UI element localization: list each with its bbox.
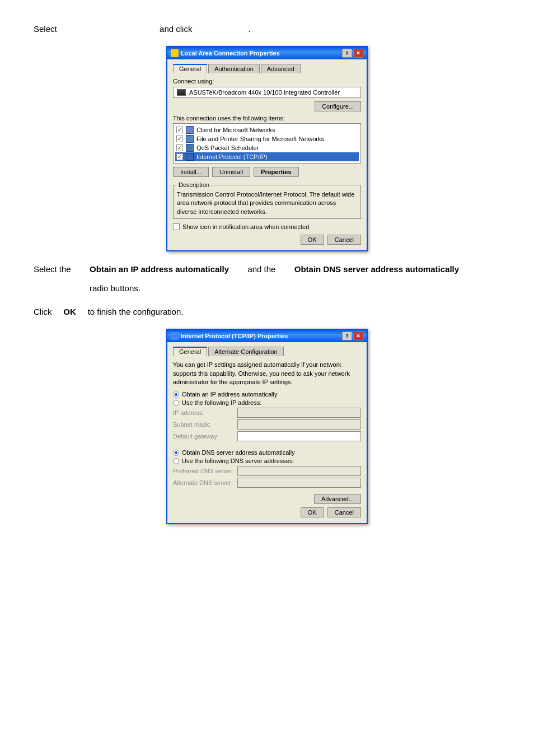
list-item[interactable]: Client for Microsoft Networks [175, 125, 359, 134]
ip-address-input[interactable] [237, 408, 361, 418]
item-icon-client [186, 126, 194, 134]
dialog2-ok-button[interactable]: OK [301, 507, 324, 517]
dialog2-cancel-button[interactable]: Cancel [327, 507, 361, 517]
radio-auto-dns-row[interactable]: Obtain DNS server address automatically [173, 449, 361, 456]
alternate-dns-input[interactable] [237, 478, 361, 488]
dialog2-tab-general[interactable]: General [173, 347, 207, 356]
instr3-part1: Click [34, 307, 52, 316]
description-group: Description Transmission Control Protoco… [173, 181, 361, 219]
advanced-button[interactable]: Advanced... [314, 494, 361, 504]
radio-auto-ip-label: Obtain an IP address automatically [182, 391, 277, 398]
radio-auto-dns[interactable] [173, 450, 179, 456]
instruction-3: Click OK to finish the configuration. [34, 305, 500, 319]
instr2-part3: radio buttons. [90, 283, 140, 293]
radio-manual-dns-row[interactable]: Use the following DNS server addresses: [173, 458, 361, 464]
dialog2-ok-cancel: OK Cancel [173, 507, 361, 517]
item-label-tcpip: Internet Protocol (TCP/IP) [196, 153, 268, 160]
alternate-dns-row: Alternate DNS server: [173, 478, 361, 488]
dialog1-ok-button[interactable]: OK [301, 235, 324, 245]
gateway-input[interactable] [237, 431, 361, 441]
item-icon-tcpip [186, 153, 194, 161]
dialog1-titlebar-left: Local Area Connection Properties [171, 49, 280, 57]
dialog1-help-button[interactable]: ? [342, 49, 352, 58]
radio-manual-dns[interactable] [173, 458, 179, 464]
dialog2-tab-alternate[interactable]: Alternate Configuration [208, 347, 284, 356]
dialog2-icon [171, 332, 179, 340]
instr1-part1: Select [34, 24, 57, 34]
device-icon [177, 89, 186, 96]
dialog1-titlebar-buttons: ? ✕ [342, 49, 363, 58]
dialog1-body: General Authentication Advanced Connect … [167, 59, 367, 250]
dialog1-title: Local Area Connection Properties [181, 50, 280, 57]
alternate-dns-label: Alternate DNS server: [173, 479, 237, 486]
item-icon-sharing [186, 135, 194, 143]
list-item-selected[interactable]: Internet Protocol (TCP/IP) [175, 152, 359, 161]
preferred-dns-label: Preferred DNS server: [173, 468, 237, 474]
instr2-highlight2: Obtain DNS server address automatically [294, 264, 459, 274]
list-item[interactable]: File and Printer Sharing for Microsoft N… [175, 134, 359, 143]
subnet-mask-input[interactable] [237, 419, 361, 430]
dialog2-help-button[interactable]: ? [342, 332, 352, 340]
instr1-part3: . [248, 24, 250, 34]
connect-using-label: Connect using: [173, 78, 361, 85]
checkbox-tcpip[interactable] [176, 153, 183, 160]
radio-auto-ip[interactable] [173, 391, 179, 398]
show-icon-checkbox[interactable] [173, 223, 180, 230]
dialog1-icon [171, 49, 179, 57]
items-list: Client for Microsoft Networks File and P… [173, 123, 361, 164]
dialog1-close-button[interactable]: ✕ [353, 49, 363, 58]
checkbox-client[interactable] [176, 127, 183, 133]
dialog2-titlebar: Internet Protocol (TCP/IP) Properties ? … [167, 330, 367, 342]
tcpip-info-text: You can get IP settings assigned automat… [173, 361, 361, 386]
configure-button[interactable]: Configure... [315, 101, 361, 111]
dialog2-tabs: General Alternate Configuration [173, 347, 361, 356]
instr2-highlight1: Obtain an IP address automatically [90, 264, 229, 274]
dialog1-tab-authentication[interactable]: Authentication [208, 64, 260, 73]
subnet-field-row: Subnet mask: [173, 419, 361, 430]
gateway-field-label: Default gateway: [173, 433, 237, 440]
device-row: ASUSTeK/Broadcom 440x 10/100 Integrated … [173, 87, 361, 98]
item-label-client: Client for Microsoft Networks [196, 127, 275, 133]
dialog1-cancel-button[interactable]: Cancel [327, 235, 361, 245]
ip-field-row: IP address: [173, 408, 361, 418]
list-item[interactable]: QoS Packet Scheduler [175, 143, 359, 152]
dialog2-titlebar-left: Internet Protocol (TCP/IP) Properties [171, 332, 288, 340]
dialog1-ok-cancel: OK Cancel [173, 235, 361, 245]
show-icon-row: Show icon in notification area when conn… [173, 223, 361, 230]
checkbox-qos[interactable] [176, 144, 183, 151]
item-icon-qos [186, 144, 194, 152]
instruction-2: Select the Obtain an IP address automati… [34, 263, 500, 295]
radio-manual-dns-label: Use the following DNS server addresses: [182, 458, 294, 464]
ip-field-label: IP address: [173, 409, 237, 416]
instruction-1: Select and click . [34, 22, 500, 36]
dialog2-container: Internet Protocol (TCP/IP) Properties ? … [34, 329, 500, 524]
item-label-qos: QoS Packet Scheduler [196, 144, 259, 151]
preferred-dns-input[interactable] [237, 466, 361, 476]
instr2-part2: and the [247, 264, 275, 274]
device-name: ASUSTeK/Broadcom 440x 10/100 Integrated … [189, 89, 340, 96]
item-label-sharing: File and Printer Sharing for Microsoft N… [196, 136, 324, 142]
gateway-field-row: Default gateway: [173, 431, 361, 441]
dialog2-close-button[interactable]: ✕ [353, 332, 363, 340]
dialog2-body: General Alternate Configuration You can … [167, 342, 367, 523]
properties-button[interactable]: Properties [254, 167, 298, 177]
iup-buttons: Install... Uninstall Properties [173, 167, 361, 177]
subnet-field-label: Subnet mask: [173, 421, 237, 428]
radio-auto-ip-row[interactable]: Obtain an IP address automatically [173, 391, 361, 398]
dialog1-titlebar: Local Area Connection Properties ? ✕ [167, 47, 367, 59]
radio-manual-ip-row[interactable]: Use the following IP address: [173, 399, 361, 406]
uninstall-button[interactable]: Uninstall [212, 167, 250, 177]
checkbox-sharing[interactable] [176, 136, 183, 142]
local-area-connection-dialog: Local Area Connection Properties ? ✕ Gen… [166, 46, 368, 251]
configure-row: Configure... [173, 101, 361, 111]
dialog2-title: Internet Protocol (TCP/IP) Properties [181, 333, 288, 339]
show-icon-label: Show icon in notification area when conn… [182, 223, 309, 230]
dialog1-tabs: General Authentication Advanced [173, 64, 361, 73]
tcpip-properties-dialog: Internet Protocol (TCP/IP) Properties ? … [166, 329, 368, 524]
dialog1-tab-advanced[interactable]: Advanced [261, 64, 301, 73]
dialog1-tab-general[interactable]: General [173, 64, 207, 73]
dialog2-titlebar-buttons: ? ✕ [342, 332, 363, 340]
preferred-dns-row: Preferred DNS server: [173, 466, 361, 476]
install-button[interactable]: Install... [173, 167, 209, 177]
radio-manual-ip[interactable] [173, 400, 179, 406]
